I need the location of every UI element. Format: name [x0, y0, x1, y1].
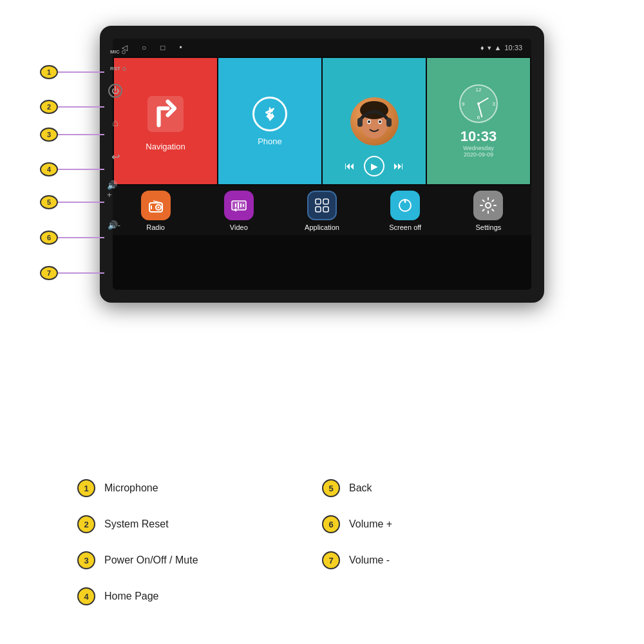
status-bar: ◁ ○ □ • ♦ ▾ ▲ 10:33 — [113, 39, 531, 57]
volume-down-button[interactable]: 🔊- — [107, 218, 121, 232]
svg-point-7 — [368, 120, 370, 123]
callout-4: 4 — [40, 162, 104, 176]
callout-line-2 — [58, 106, 104, 108]
clock-date-display: 2020-09-09 — [464, 151, 493, 158]
callout-1: 1 — [40, 65, 104, 79]
screenoff-icon — [390, 191, 420, 220]
legend-badge-2: 2 — [77, 515, 95, 533]
bottom-apps: Radio Video — [113, 185, 531, 235]
legend-section: 1 Microphone 2 System Reset 3 Power On/O… — [0, 479, 644, 605]
clock-status: 10:33 — [504, 44, 522, 52]
prev-track-icon[interactable]: ⏮ — [345, 160, 355, 172]
dot-nav-btn: • — [180, 43, 182, 52]
recent-nav-btn[interactable]: □ — [160, 43, 165, 52]
video-icon — [224, 191, 254, 220]
phone-tile[interactable]: Phone — [218, 58, 321, 184]
clock-center — [477, 102, 480, 105]
svg-rect-20 — [316, 199, 321, 204]
home-button[interactable]: ⌂ — [108, 116, 122, 130]
screenoff-app[interactable]: Screen off — [365, 191, 446, 231]
video-label: Video — [230, 223, 248, 231]
callout-line-7 — [58, 272, 104, 274]
callout-6: 6 — [40, 231, 104, 245]
nav-arrow-icon — [143, 91, 188, 137]
svg-rect-0 — [147, 96, 184, 132]
svg-rect-23 — [323, 207, 328, 212]
callout-2: 2 — [40, 100, 104, 114]
phone-tile-label: Phone — [258, 137, 282, 146]
back-button[interactable]: ↩ — [108, 149, 122, 164]
callout-badge-2: 2 — [40, 100, 58, 114]
clock-time-display: 10:33 — [460, 128, 497, 145]
legend-text-2: System Reset — [104, 518, 169, 530]
settings-icon — [473, 191, 503, 220]
legend-item-2: 2 System Reset — [77, 515, 322, 533]
legend-item-1: 1 Microphone — [77, 479, 322, 497]
radio-icon — [141, 191, 171, 220]
clock-face: 12 6 3 9 10:33 Wednesday 2020-09-09 — [427, 58, 530, 184]
clock-tile[interactable]: 12 6 3 9 10:33 Wednesday 2020-09-09 — [427, 58, 530, 184]
device-wrapper: ◁ ○ □ • ♦ ▾ ▲ 10:33 — [100, 26, 544, 303]
legend-badge-7: 7 — [322, 551, 340, 569]
status-icons: ♦ ▾ ▲ 10:33 — [480, 44, 522, 52]
application-label: Application — [305, 223, 339, 231]
legend-text-5: Back — [349, 482, 372, 494]
legend-text-7: Volume - — [349, 554, 390, 566]
callout-3: 3 — [40, 128, 104, 142]
legend-item-4: 4 Home Page — [77, 587, 322, 605]
next-track-icon[interactable]: ⏭ — [393, 160, 404, 172]
music-controls: ⏮ ▶ ⏭ — [345, 156, 404, 176]
legend-badge-1: 1 — [77, 479, 95, 497]
navigation-tile[interactable]: Navigation — [114, 58, 217, 184]
legend-badge-4: 4 — [77, 587, 95, 605]
play-icon[interactable]: ▶ — [364, 156, 384, 176]
legend-text-4: Home Page — [104, 591, 159, 602]
svg-rect-21 — [323, 199, 328, 204]
signal-icon: ▲ — [495, 44, 502, 52]
callout-line-4 — [58, 169, 104, 170]
svg-point-11 — [157, 207, 159, 209]
volume-up-button[interactable]: 🔊+ — [107, 183, 121, 197]
svg-point-26 — [486, 203, 491, 208]
callout-line-1 — [58, 71, 104, 73]
bluetooth-icon — [252, 97, 287, 131]
legend-col-right: 5 Back 6 Volume + 7 Volume - — [322, 479, 567, 605]
legend-text-6: Volume + — [349, 518, 392, 530]
location-icon: ♦ — [480, 44, 484, 52]
callout-5: 5 — [40, 195, 104, 209]
screenoff-label: Screen off — [389, 223, 421, 231]
svg-point-8 — [379, 120, 381, 123]
clock-day-display: Wednesday — [463, 145, 493, 151]
legend-text-1: Microphone — [104, 482, 158, 494]
settings-label: Settings — [476, 223, 502, 231]
callout-line-6 — [58, 237, 104, 238]
application-app[interactable]: Application — [281, 191, 362, 231]
rst-indicator: RST — [110, 66, 126, 71]
mic-indicator: MIC — [110, 49, 126, 55]
legend-badge-3: 3 — [77, 551, 95, 569]
svg-rect-4 — [386, 118, 392, 127]
screen: ◁ ○ □ • ♦ ▾ ▲ 10:33 — [113, 39, 531, 290]
callout-badge-3: 3 — [40, 128, 58, 142]
callout-badge-7: 7 — [40, 266, 58, 280]
settings-app[interactable]: Settings — [448, 191, 529, 231]
app-grid: Navigation Phone — [113, 57, 531, 185]
wifi-icon: ▾ — [488, 44, 491, 52]
radio-app[interactable]: Radio — [115, 191, 196, 231]
legend-col-left: 1 Microphone 2 System Reset 3 Power On/O… — [77, 479, 322, 605]
legend-item-5: 5 Back — [322, 479, 567, 497]
music-tile[interactable]: ⏮ ▶ ⏭ — [323, 58, 426, 184]
legend-badge-6: 6 — [322, 515, 340, 533]
callout-badge-4: 4 — [40, 162, 58, 176]
svg-rect-3 — [357, 118, 363, 127]
power-button[interactable]: ⏻ — [108, 84, 122, 98]
analog-clock: 12 6 3 9 — [459, 84, 498, 123]
home-nav-btn[interactable]: ○ — [142, 43, 146, 52]
video-app[interactable]: Video — [198, 191, 279, 231]
navigation-tile-label: Navigation — [146, 142, 185, 151]
callout-badge-1: 1 — [40, 65, 58, 79]
callout-badge-5: 5 — [40, 195, 58, 209]
callout-line-5 — [58, 202, 104, 203]
legend-item-6: 6 Volume + — [322, 515, 567, 533]
radio-label: Radio — [146, 223, 165, 231]
